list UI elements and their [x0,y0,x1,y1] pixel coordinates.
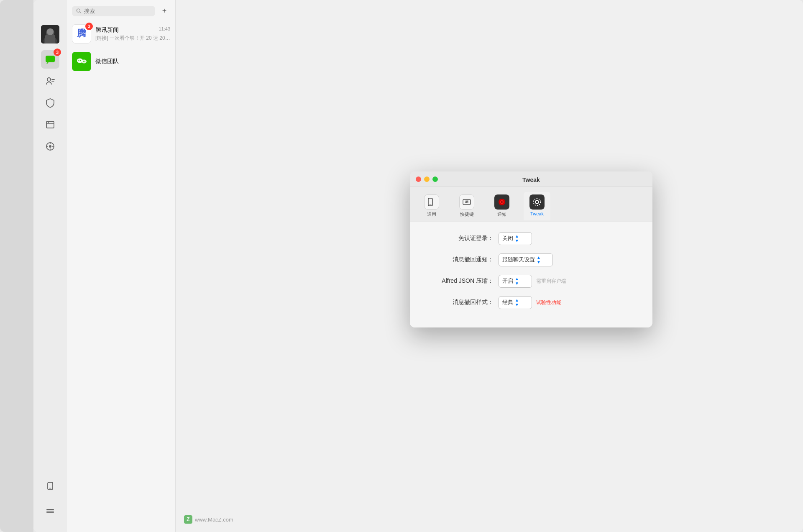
tab-shortcut-label: 快捷键 [460,211,474,217]
sidebar-item-files[interactable] [41,115,59,134]
svg-rect-4 [45,35,55,43]
svg-text:⌘: ⌘ [465,200,469,204]
avatar[interactable] [41,25,59,43]
sidebar-item-messages[interactable]: 3 [41,50,59,69]
svg-point-27 [78,60,79,61]
wechat-team-info: 微信团队 [95,58,170,65]
alfred-label: Alfred JSON 压缩： [427,277,494,285]
svg-rect-16 [48,482,53,490]
tab-bar: 通用 ⌘ 快捷键 [410,187,652,222]
svg-rect-5 [46,56,55,62]
recall-notify-label: 消息撤回通知： [427,256,494,263]
auth-select[interactable]: 关闭 ▲ ▼ [499,232,532,245]
setting-row-recall-style: 消息撤回样式： 经典 ▲ ▼ 试验性功能 [427,296,636,309]
auth-value: 关闭 [502,235,513,242]
tweak-dialog: Tweak 通用 [410,171,652,327]
auth-label: 免认证登录： [427,235,494,242]
recall-notify-control: 跟随聊天设置 ▲ ▼ [499,253,553,266]
maximize-button[interactable] [432,176,438,182]
tencent-news-name: 腾讯新闻 11:43 [95,26,170,34]
svg-point-41 [534,198,541,205]
watermark-url: www.MacZ.com [195,517,233,523]
main-content: Tweak 通用 [176,0,803,532]
alfred-arrows: ▲ ▼ [515,277,519,286]
svg-point-6 [47,78,51,81]
tencent-news-avatar: 腾 3 [72,24,91,43]
tab-shortcut-icon: ⌘ [459,194,474,210]
tab-notification-label: 通知 [497,211,506,217]
svg-rect-9 [46,121,54,128]
dialog-titlebar: Tweak [410,171,652,187]
svg-line-22 [80,12,81,13]
tab-tweak[interactable]: Tweak [524,192,550,220]
setting-row-alfred: Alfred JSON 压缩： 开启 ▲ ▼ 需重启客户端 [427,275,636,288]
alfred-control: 开启 ▲ ▼ 需重启客户端 [499,275,566,288]
tab-tweak-label: Tweak [530,211,544,216]
sidebar-item-moments[interactable] [41,137,59,156]
sidebar-item-phone[interactable] [41,477,59,495]
app-window: 3 [33,0,803,532]
recall-style-control: 经典 ▲ ▼ 试验性功能 [499,296,561,309]
alfred-value: 开启 [502,277,513,285]
tab-general-icon [424,194,439,210]
search-input[interactable] [84,8,151,14]
tencent-news-badge: 3 [85,23,93,30]
svg-point-30 [84,61,85,62]
auth-arrows: ▲ ▼ [515,234,519,243]
chat-list-header: + [67,0,175,20]
auth-control: 关闭 ▲ ▼ [499,232,532,245]
svg-point-3 [47,28,54,35]
svg-text:腾: 腾 [77,28,87,38]
tencent-news-time: 11:43 [159,26,170,34]
recall-style-label: 消息撤回样式： [427,299,494,306]
alfred-hint: 需重启客户端 [536,278,566,285]
wechat-team-avatar [72,52,91,71]
wechat-team-name: 微信团队 [95,58,170,65]
alfred-select[interactable]: 开启 ▲ ▼ [499,275,532,288]
chat-list-panel: + 腾 3 腾讯新闻 11:43 [链接] 一次看个够！开 20 运 20 ..… [67,0,176,532]
sidebar-bottom [41,477,59,532]
add-chat-button[interactable]: + [159,5,170,17]
tencent-news-preview: [链接] 一次看个够！开 20 运 20 ... [95,35,170,42]
tab-notification[interactable]: 通知 [488,192,515,222]
tab-tweak-icon [529,194,545,210]
recall-notify-select[interactable]: 跟随聊天设置 ▲ ▼ [499,253,553,266]
messages-badge: 3 [54,49,61,56]
sidebar-item-menu[interactable] [41,502,59,520]
recall-notify-value: 跟随聊天设置 [502,256,535,263]
svg-point-28 [80,60,81,61]
svg-point-26 [82,60,87,64]
chat-item-wechat-team[interactable]: 微信团队 [67,48,175,75]
recall-style-select[interactable]: 经典 ▲ ▼ [499,296,532,309]
tab-shortcut[interactable]: ⌘ 快捷键 [453,192,480,222]
recall-style-arrows: ▲ ▼ [515,298,519,307]
traffic-lights [416,176,438,182]
svg-point-11 [49,145,51,148]
tencent-news-info: 腾讯新闻 11:43 [链接] 一次看个够！开 20 运 20 ... [95,26,170,42]
sidebar-item-favorites[interactable] [41,94,59,112]
sidebar-icons: 3 [33,0,67,532]
dialog-title: Tweak [522,176,540,183]
setting-row-recall-notify: 消息撤回通知： 跟随聊天设置 ▲ ▼ [427,253,636,266]
dialog-overlay: Tweak 通用 [176,0,803,532]
tab-notification-icon [494,194,509,210]
recall-notify-arrows: ▲ ▼ [537,256,541,264]
watermark-logo: Z [184,515,192,524]
tab-general[interactable]: 通用 [418,192,445,222]
search-icon [76,8,82,14]
svg-point-40 [535,200,539,204]
watermark: Z www.MacZ.com [184,515,233,524]
sidebar-item-contacts[interactable] [41,72,59,90]
svg-point-39 [501,201,503,203]
setting-row-auth: 免认证登录： 关闭 ▲ ▼ [427,232,636,245]
tab-general-label: 通用 [427,211,436,217]
recall-style-value: 经典 [502,299,513,306]
search-box[interactable] [72,6,155,16]
svg-point-29 [83,61,84,62]
recall-style-hint: 试验性功能 [536,299,561,306]
chat-item-tencent-news[interactable]: 腾 3 腾讯新闻 11:43 [链接] 一次看个够！开 20 运 20 ... [67,20,175,48]
wechat-icon [75,55,88,68]
dialog-content: 免认证登录： 关闭 ▲ ▼ [410,222,652,327]
close-button[interactable] [416,176,421,182]
minimize-button[interactable] [424,176,430,182]
